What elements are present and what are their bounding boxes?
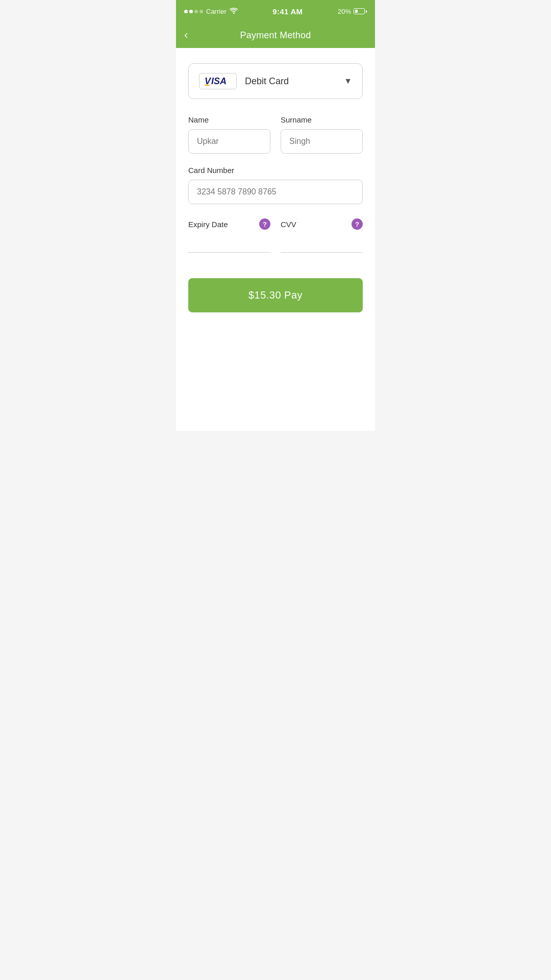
signal-dot-3 (194, 10, 198, 13)
visa-logo-container: V ISA (199, 73, 237, 89)
signal-dots (184, 10, 203, 13)
status-time: 9:41 AM (272, 7, 303, 16)
svg-rect-3 (205, 85, 210, 86)
name-group: Name (188, 115, 270, 154)
signal-dot-2 (189, 10, 193, 13)
surname-label: Surname (281, 115, 363, 124)
svg-text:ISA: ISA (211, 77, 227, 86)
expiry-header: Expiry Date ? (188, 218, 270, 230)
card-type-selector[interactable]: V ISA Debit Card ▼ (188, 63, 363, 99)
name-label: Name (188, 115, 270, 124)
visa-logo: V ISA (205, 77, 231, 86)
wifi-icon (230, 7, 238, 15)
expiry-group: Expiry Date ? (188, 218, 270, 253)
svg-text:V: V (205, 77, 212, 86)
cvv-label: CVV (281, 220, 296, 229)
pay-button[interactable]: $15.30 Pay (188, 278, 363, 312)
nav-title: Payment Method (240, 30, 311, 41)
surname-group: Surname (281, 115, 363, 154)
cvv-help-icon[interactable]: ? (352, 218, 363, 230)
nav-bar: ‹ Payment Method (176, 22, 375, 48)
back-button[interactable]: ‹ (184, 29, 188, 42)
name-input[interactable] (188, 129, 270, 154)
status-bar: Carrier 9:41 AM 20% (176, 0, 375, 22)
card-number-input[interactable] (188, 180, 363, 204)
card-number-label: Card Number (188, 166, 363, 175)
expiry-input[interactable] (188, 235, 270, 253)
cvv-group: CVV ? (281, 218, 363, 253)
svg-point-0 (233, 13, 234, 14)
cvv-input[interactable] (281, 235, 363, 253)
dropdown-arrow-icon: ▼ (344, 77, 352, 86)
status-left: Carrier (184, 7, 238, 15)
card-type-left: V ISA Debit Card (199, 73, 289, 89)
content-area: V ISA Debit Card ▼ Name Surname Card Num… (176, 48, 375, 431)
expiry-label: Expiry Date (188, 220, 228, 229)
battery-percentage: 20% (338, 8, 351, 15)
card-number-group: Card Number (188, 166, 363, 204)
signal-dot-1 (184, 10, 188, 13)
battery-icon (354, 8, 367, 14)
status-right: 20% (338, 8, 367, 15)
cvv-header: CVV ? (281, 218, 363, 230)
carrier-label: Carrier (206, 8, 227, 15)
signal-dot-4 (199, 10, 203, 13)
card-type-label: Debit Card (245, 76, 289, 87)
surname-input[interactable] (281, 129, 363, 154)
expiry-help-icon[interactable]: ? (259, 218, 270, 230)
name-surname-row: Name Surname (188, 115, 363, 154)
expiry-cvv-row: Expiry Date ? CVV ? (188, 218, 363, 253)
